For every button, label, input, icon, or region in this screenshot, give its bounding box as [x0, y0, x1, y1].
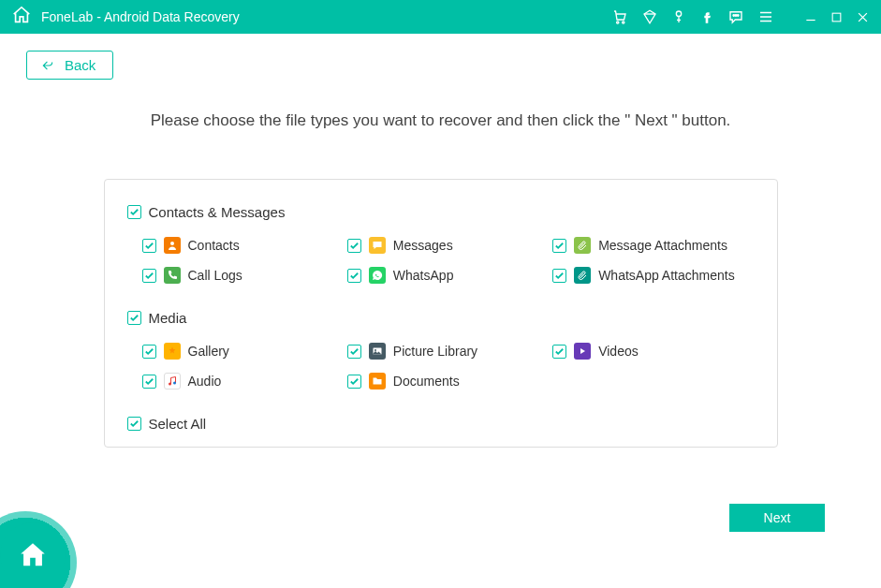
documents-icon	[369, 373, 386, 390]
instruction-text: Please choose the file types you want to…	[26, 111, 855, 130]
checkbox[interactable]	[552, 345, 566, 359]
section-head-contacts: Contacts & Messages	[127, 204, 755, 220]
maximize-icon[interactable]	[830, 11, 843, 23]
filetype-label: Videos	[598, 344, 639, 359]
minimize-icon[interactable]	[804, 10, 817, 23]
filetype-item: Gallery	[142, 343, 344, 360]
checkbox[interactable]	[142, 375, 156, 389]
filetype-label: WhatsApp Attachments	[598, 268, 735, 283]
facebook-icon[interactable]	[699, 9, 714, 24]
back-button[interactable]: Back	[26, 51, 113, 80]
filetype-item: Message Attachments	[552, 237, 754, 254]
checkbox[interactable]	[347, 239, 361, 253]
cart-icon[interactable]	[611, 8, 628, 25]
filetype-label: Audio	[188, 374, 222, 389]
msg-attach-icon	[574, 237, 591, 254]
select-all-label: Select All	[149, 416, 207, 432]
svg-point-9	[374, 349, 376, 351]
svg-rect-6	[832, 13, 841, 22]
filetype-label: Contacts	[188, 238, 240, 253]
checkbox-select-all[interactable]	[127, 417, 141, 431]
checkbox[interactable]	[347, 345, 361, 359]
filetype-label: Messages	[393, 238, 453, 253]
filetype-label: Picture Library	[393, 344, 477, 359]
file-types-panel: Contacts & Messages ContactsMessagesMess…	[104, 179, 778, 448]
contacts-icon	[164, 237, 181, 254]
filetype-label: Gallery	[188, 344, 229, 359]
svg-point-3	[733, 15, 735, 17]
filetype-item: Call Logs	[142, 267, 344, 284]
checkbox[interactable]	[552, 269, 566, 283]
filetype-label: Documents	[393, 374, 460, 389]
wa-attach-icon	[574, 267, 591, 284]
next-button[interactable]: Next	[729, 504, 825, 532]
filetype-item: Audio	[142, 373, 344, 390]
section-head-media: Media	[127, 310, 755, 326]
filetype-item: Documents	[347, 373, 549, 390]
svg-point-2	[676, 11, 681, 16]
back-arrow-icon	[40, 59, 55, 72]
checkbox[interactable]	[552, 239, 566, 253]
section-grid-media: GalleryPicture LibraryVideosAudioDocumen…	[127, 343, 755, 390]
section-title: Media	[149, 310, 187, 326]
close-icon[interactable]	[856, 10, 870, 24]
app-home-icon[interactable]	[11, 5, 32, 29]
checkbox[interactable]	[142, 239, 156, 253]
checkbox-section-media[interactable]	[127, 311, 141, 325]
app-title: FoneLab - Android Data Recovery	[41, 9, 240, 24]
gallery-icon	[164, 343, 181, 360]
videos-icon	[574, 343, 591, 360]
piclib-icon	[369, 343, 386, 360]
next-label: Next	[764, 510, 791, 525]
filetype-item: WhatsApp Attachments	[552, 267, 754, 284]
feedback-icon[interactable]	[727, 8, 744, 25]
select-all-row: Select All	[127, 416, 755, 432]
checkbox[interactable]	[142, 345, 156, 359]
key-icon[interactable]	[671, 9, 686, 24]
diamond-icon[interactable]	[641, 8, 658, 25]
section-grid-contacts: ContactsMessagesMessage AttachmentsCall …	[127, 237, 755, 284]
whatsapp-icon	[369, 267, 386, 284]
titlebar: FoneLab - Android Data Recovery	[0, 0, 881, 34]
home-fab[interactable]	[0, 511, 77, 588]
filetype-item: Videos	[552, 343, 754, 360]
svg-point-0	[617, 22, 619, 23]
filetype-label: WhatsApp	[393, 268, 454, 283]
checkbox[interactable]	[347, 375, 361, 389]
checkbox[interactable]	[347, 269, 361, 283]
audio-icon	[164, 373, 181, 390]
filetype-item: Messages	[347, 237, 549, 254]
filetype-label: Call Logs	[188, 268, 242, 283]
filetype-item: Picture Library	[347, 343, 549, 360]
home-icon	[17, 539, 49, 571]
checkbox-section-contacts[interactable]	[127, 205, 141, 219]
svg-point-7	[170, 242, 174, 245]
filetype-item: WhatsApp	[347, 267, 549, 284]
svg-point-5	[738, 15, 740, 17]
back-label: Back	[65, 57, 95, 73]
messages-icon	[369, 237, 386, 254]
svg-point-4	[735, 15, 737, 17]
calllogs-icon	[164, 267, 181, 284]
svg-point-10	[169, 383, 171, 386]
section-title: Contacts & Messages	[149, 204, 286, 220]
menu-icon[interactable]	[757, 8, 774, 25]
filetype-label: Message Attachments	[598, 238, 727, 253]
filetype-item: Contacts	[142, 237, 344, 254]
svg-point-1	[623, 22, 624, 23]
svg-point-11	[173, 382, 176, 385]
checkbox[interactable]	[142, 269, 156, 283]
